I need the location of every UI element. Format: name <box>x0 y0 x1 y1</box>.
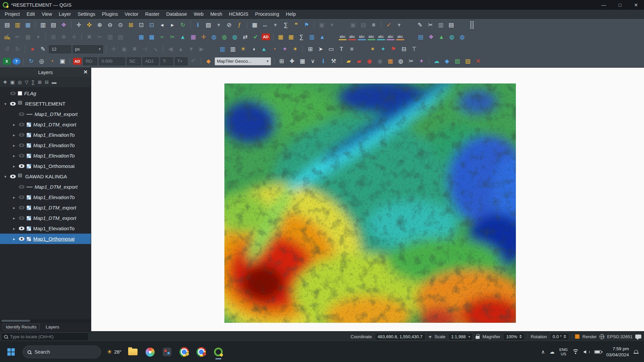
visibility-toggle[interactable] <box>10 102 16 106</box>
start-button[interactable] <box>5 345 17 359</box>
rotation-input[interactable]: 0.0 ° <box>550 333 570 341</box>
map-canvas[interactable] <box>91 68 644 331</box>
cogo-adj[interactable]: ADJ <box>143 57 159 65</box>
cogo-ro[interactable]: RO <box>83 57 97 65</box>
maptiler-icon[interactable]: ◆ <box>204 57 213 66</box>
render-checkbox[interactable] <box>575 334 580 339</box>
scale-combo[interactable]: 1:1,988 ▾ <box>448 333 473 341</box>
digitize-menu[interactable]: ▾ <box>34 33 43 41</box>
menu-raster[interactable]: Raster <box>142 10 163 18</box>
layer-item-11[interactable]: ▸Map1_DTM_export <box>0 202 91 213</box>
zoom-out[interactable]: ⊖ <box>106 20 114 29</box>
chrome-icon-2[interactable] <box>196 345 207 359</box>
refresh-map[interactable]: ↻ <box>178 20 187 29</box>
new-map-view[interactable]: ▣ <box>317 20 326 29</box>
zoom-to-layer[interactable]: ⊡ <box>147 20 156 29</box>
filter-legend[interactable]: ▽ <box>25 80 29 84</box>
new-map-view-menu[interactable]: ▾ <box>328 20 336 29</box>
georeferencer[interactable]: ✛ <box>199 33 208 41</box>
chrome-icon-1[interactable] <box>178 345 190 359</box>
plugin-flag[interactable]: ⚑ <box>389 45 398 54</box>
menu-hcmgis[interactable]: HCMGIS <box>226 10 252 18</box>
expander-icon[interactable]: ▾ <box>3 102 8 106</box>
label-highlight[interactable]: abc <box>348 34 356 40</box>
new-print-layout[interactable]: ▥ <box>39 20 47 29</box>
open-table-selected[interactable]: ▦ <box>287 33 296 41</box>
photos-app-icon[interactable] <box>144 345 156 359</box>
edit-annotation[interactable]: ✎ <box>416 20 424 29</box>
paragraph-tool[interactable]: ≡ <box>347 45 356 54</box>
crosshair-tool[interactable]: ✚ <box>288 57 297 66</box>
menu-settings[interactable]: Settings <box>74 10 99 18</box>
advanced-digitizing-tools[interactable]: AD <box>262 34 270 40</box>
annotation-units-combo[interactable]: px▾ <box>73 45 103 53</box>
vertex-tool[interactable]: ✛ <box>70 33 78 41</box>
screenshot-tool[interactable]: ▣ <box>58 57 67 66</box>
expander-icon[interactable]: ▸ <box>11 195 17 200</box>
web-services[interactable]: ◍ <box>458 33 467 41</box>
cogo-sc[interactable]: SC <box>127 57 141 65</box>
layers-panel-scrollbar[interactable] <box>0 319 91 322</box>
layer-item-5[interactable]: ▸Map1_ElevationTo <box>0 140 91 150</box>
menu-database[interactable]: Database <box>163 10 190 18</box>
processing-grid[interactable]: ▦ <box>137 33 146 41</box>
record-tool[interactable]: ◉ <box>365 57 374 66</box>
menu-web[interactable]: Web <box>190 10 207 18</box>
menu-mesh[interactable]: Mesh <box>207 10 225 18</box>
layout-text-tool[interactable]: T <box>337 45 346 54</box>
messages-bubble-icon[interactable] <box>635 335 641 339</box>
expander-icon[interactable]: ▸ <box>11 154 17 158</box>
cloud-upload[interactable]: ☁ <box>432 57 441 66</box>
move-feature[interactable]: ✜ <box>59 33 68 41</box>
visibility-toggle[interactable] <box>19 154 24 158</box>
paste-style[interactable]: ▤ <box>359 20 368 29</box>
offline-editing[interactable]: ⇄ <box>241 33 250 41</box>
cogo-t-minus[interactable]: T- <box>160 57 173 65</box>
zoom-full[interactable]: ⊠ <box>126 20 135 29</box>
deselect-features[interactable]: ⊘ <box>225 20 233 29</box>
delete-annotation[interactable]: ✖ <box>130 45 139 54</box>
select-by-expression[interactable]: ƒ <box>235 20 244 29</box>
expander-icon[interactable]: ▸ <box>11 164 17 169</box>
visibility-toggle[interactable] <box>19 112 24 116</box>
add-feature[interactable]: ⊞ <box>49 33 58 41</box>
contour-tool[interactable]: ≈ <box>158 33 166 41</box>
open-folder-yellow[interactable]: ▰ <box>344 57 353 66</box>
tin-mesh[interactable]: ▲ <box>178 33 187 41</box>
undo[interactable]: ↺ <box>3 45 11 54</box>
map-grid-tool[interactable]: ⊞ <box>306 45 315 54</box>
visibility-toggle[interactable] <box>19 227 24 230</box>
cogo-distance[interactable]: 0.000 <box>99 57 125 65</box>
snipping-app-icon[interactable] <box>161 345 173 359</box>
wifi-icon[interactable] <box>572 350 579 354</box>
copy-edits[interactable]: ▥ <box>106 33 114 41</box>
visibility-toggle[interactable] <box>19 143 24 147</box>
measure-line[interactable]: ↔ <box>261 20 269 29</box>
visibility-toggle[interactable] <box>19 195 24 199</box>
visibility-toggle[interactable] <box>19 216 24 220</box>
cogo-t-plus[interactable]: T+ <box>175 57 187 65</box>
field-calculator[interactable]: ▦ <box>276 33 285 41</box>
zoom-last[interactable]: ◂ <box>158 20 166 29</box>
expander-icon[interactable]: ▾ <box>3 174 8 179</box>
layer-item-1[interactable]: ▾RESETTLEMENT <box>0 99 91 109</box>
menu-project[interactable]: Project <box>1 10 23 18</box>
coordinate-capture[interactable]: ◎ <box>37 57 46 66</box>
menu-plugins[interactable]: Plugins <box>99 10 121 18</box>
expander-icon[interactable]: ▸ <box>11 133 17 137</box>
open-in-excel[interactable]: X <box>3 58 11 65</box>
label-pin[interactable]: abc <box>339 34 347 40</box>
measure-menu[interactable]: ▾ <box>271 20 280 29</box>
layer-styling-dock[interactable]: ❖ <box>427 33 435 41</box>
expand-all[interactable]: ⊞ <box>38 80 42 84</box>
visibility-toggle[interactable] <box>10 175 16 178</box>
tab-identify-results[interactable]: Identify Results <box>3 324 40 330</box>
sun-position[interactable]: ◔ <box>48 57 56 66</box>
label-show-hide[interactable]: abc <box>358 34 366 40</box>
magnifier-input[interactable]: 100% <box>503 333 525 341</box>
map-tips[interactable]: ❝ <box>292 20 301 29</box>
clock-widget[interactable]: 7:59 pm 03/04/2024 <box>606 346 629 358</box>
layer-item-14[interactable]: ▸Map1_Orthomosai <box>0 234 91 244</box>
expander-icon[interactable]: ▸ <box>11 205 17 210</box>
globe-plugin[interactable]: ◍ <box>396 57 405 66</box>
